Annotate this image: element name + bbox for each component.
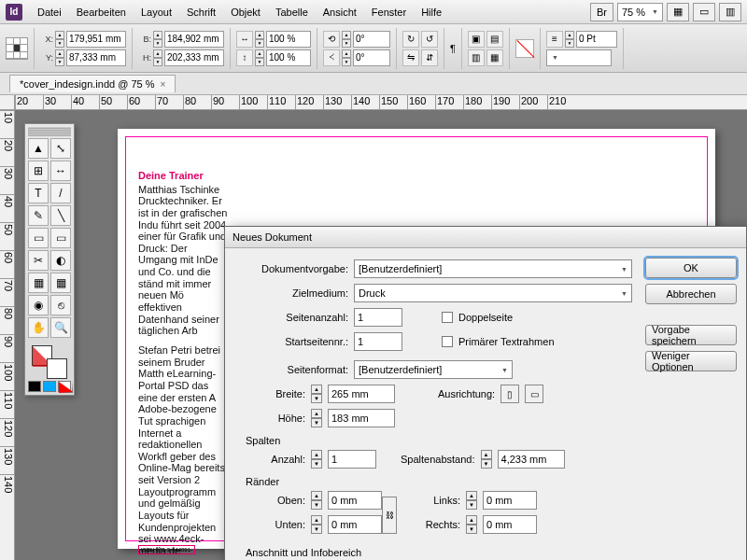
preset-value: [Benutzerdefiniert] — [359, 263, 442, 274]
height-spinner[interactable]: ▲▼ — [311, 409, 322, 427]
wrap-icon-1[interactable]: ▣ — [468, 31, 485, 48]
y-input[interactable] — [66, 49, 126, 66]
tool-1[interactable]: ⤡ — [50, 138, 71, 159]
margin-top-spinner[interactable]: ▲▼ — [311, 491, 322, 510]
margin-left-input[interactable] — [483, 491, 537, 510]
document-tab[interactable]: *cover_indesign.indd @ 75 % × — [9, 75, 176, 92]
menu-datei[interactable]: Datei — [30, 3, 69, 21]
scaley-input[interactable] — [266, 49, 311, 66]
margin-bottom-spinner[interactable]: ▲▼ — [311, 515, 322, 534]
height-input[interactable] — [328, 409, 395, 427]
wrap-icon-2[interactable]: ▤ — [486, 31, 503, 48]
margin-top-input[interactable] — [328, 491, 382, 510]
shear-input[interactable] — [353, 49, 390, 66]
orient-landscape-icon[interactable]: ▭ — [525, 385, 543, 403]
tool-17[interactable]: 🔍 — [50, 317, 71, 338]
gutter-spinner[interactable]: ▲▼ — [481, 450, 492, 469]
y-label: Y: — [40, 53, 53, 63]
size-dropdown[interactable]: [Benutzerdefiniert] — [354, 360, 513, 379]
fewer-options-button[interactable]: Weniger Optionen — [645, 351, 737, 371]
tool-13[interactable]: ▦ — [50, 273, 71, 293]
tool-3[interactable]: ↔ — [50, 161, 71, 181]
tool-panel[interactable]: ▲⤡⊞↔T/✎╲▭▭✂◐▦▦◉⎋✋🔍 — [24, 123, 75, 396]
margins-link-icon[interactable]: ⛓ — [382, 497, 397, 534]
scalex-spinner[interactable]: ▲▼ — [255, 31, 264, 48]
margin-right-input[interactable] — [483, 515, 537, 534]
width-input[interactable] — [328, 385, 395, 403]
count-spinner[interactable]: ▲▼ — [311, 450, 322, 469]
tool-14[interactable]: ◉ — [28, 295, 49, 315]
menu-layout[interactable]: Layout — [134, 3, 179, 21]
shear-spinner[interactable]: ▲▼ — [342, 49, 351, 66]
stroke-style-dd[interactable] — [546, 49, 612, 66]
rotate-cw-icon[interactable]: ↻ — [402, 31, 419, 48]
menu-hilfe[interactable]: Hilfe — [414, 3, 449, 21]
wrap-icon-4[interactable]: ▦ — [486, 49, 503, 66]
fill-stroke-swatch[interactable] — [28, 345, 71, 379]
reference-point-grid[interactable] — [6, 37, 28, 60]
preset-dropdown[interactable]: [Benutzerdefiniert] — [354, 259, 632, 278]
tool-8[interactable]: ▭ — [28, 228, 49, 248]
facing-checkbox[interactable] — [442, 312, 453, 323]
menu-schrift[interactable]: Schrift — [179, 3, 223, 21]
margin-left-spinner[interactable]: ▲▼ — [466, 491, 477, 510]
x-input[interactable] — [66, 31, 126, 48]
wrap-icon-3[interactable]: ▥ — [468, 49, 485, 66]
cancel-button[interactable]: Abbrechen — [645, 284, 737, 304]
tool-4[interactable]: T — [28, 183, 49, 203]
intent-dropdown[interactable]: Druck — [354, 284, 632, 302]
menu-objekt[interactable]: Objekt — [223, 3, 268, 21]
view-mode-icon[interactable]: ▦ — [667, 3, 689, 21]
flip-v-icon[interactable]: ⇵ — [421, 49, 438, 66]
h-input[interactable] — [164, 49, 224, 66]
menu-fenster[interactable]: Fenster — [364, 3, 414, 21]
primary-frame-checkbox[interactable] — [442, 336, 453, 347]
tool-6[interactable]: ✎ — [28, 205, 49, 226]
orient-portrait-icon[interactable]: ▯ — [500, 385, 519, 403]
menu-ansicht[interactable]: Ansicht — [316, 3, 364, 21]
x-spinner[interactable]: ▲▼ — [55, 31, 64, 48]
tool-7[interactable]: ╲ — [50, 205, 71, 226]
margin-bottom-input[interactable] — [328, 515, 382, 534]
scalex-input[interactable] — [266, 31, 311, 48]
start-input[interactable] — [354, 332, 402, 351]
y-spinner[interactable]: ▲▼ — [55, 49, 64, 66]
rot-spinner[interactable]: ▲▼ — [342, 31, 351, 48]
tool-2[interactable]: ⊞ — [28, 161, 49, 181]
height-label: Höhe: — [249, 413, 305, 424]
rotate-ccw-icon[interactable]: ↺ — [421, 31, 438, 48]
panel-grip[interactable] — [28, 127, 71, 136]
gutter-input[interactable] — [498, 450, 565, 469]
scaley-spinner[interactable]: ▲▼ — [255, 49, 264, 66]
h-spinner[interactable]: ▲▼ — [153, 49, 162, 66]
tab-close-icon[interactable]: × — [160, 79, 165, 90]
w-input[interactable] — [164, 31, 224, 48]
rot-input[interactable] — [353, 31, 390, 48]
pages-input[interactable] — [354, 308, 402, 327]
bridge-button[interactable]: Br — [590, 3, 613, 21]
tool-12[interactable]: ▦ — [28, 273, 49, 293]
screen-mode-icon[interactable]: ▭ — [693, 3, 715, 21]
fill-none-icon[interactable] — [515, 39, 534, 58]
menu-tabelle[interactable]: Tabelle — [268, 3, 316, 21]
save-preset-button[interactable]: Vorgabe speichern — [645, 325, 737, 345]
zoom-dropdown[interactable]: 75 % — [617, 3, 663, 21]
tool-9[interactable]: ▭ — [50, 228, 71, 248]
tool-0[interactable]: ▲ — [28, 138, 49, 159]
stroke-spinner[interactable]: ▲▼ — [565, 31, 574, 48]
count-input[interactable] — [328, 450, 376, 469]
tool-15[interactable]: ⎋ — [50, 295, 71, 315]
flip-h-icon[interactable]: ⇋ — [402, 49, 419, 66]
margin-right-spinner[interactable]: ▲▼ — [466, 515, 477, 534]
color-mode-row[interactable] — [28, 381, 71, 392]
width-spinner[interactable]: ▲▼ — [311, 385, 322, 403]
stroke-input[interactable] — [576, 31, 617, 48]
arrange-icon[interactable]: ▥ — [719, 3, 741, 21]
tool-11[interactable]: ◐ — [50, 250, 71, 271]
tool-16[interactable]: ✋ — [28, 317, 49, 338]
w-spinner[interactable]: ▲▼ — [153, 31, 162, 48]
menu-bearbeiten[interactable]: Bearbeiten — [69, 3, 134, 21]
tool-10[interactable]: ✂ — [28, 250, 49, 271]
tool-5[interactable]: / — [50, 183, 71, 203]
ok-button[interactable]: OK — [645, 258, 737, 278]
